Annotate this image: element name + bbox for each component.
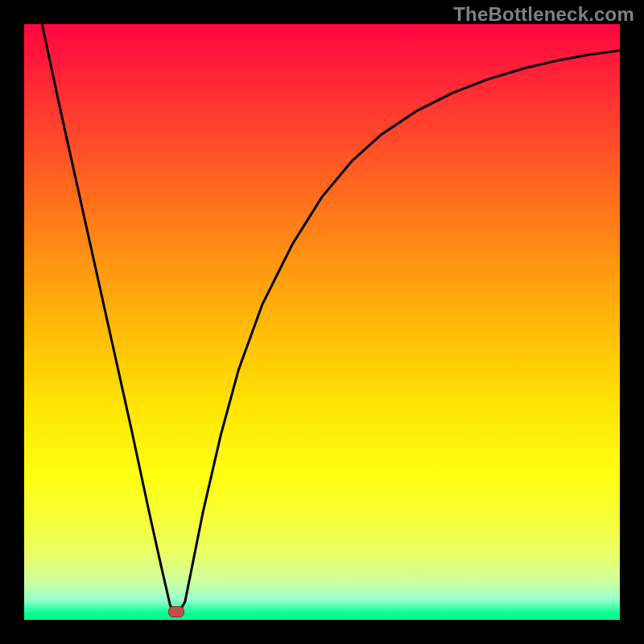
chart-frame: TheBottleneck.com — [0, 0, 644, 644]
watermark-text: TheBottleneck.com — [453, 3, 634, 26]
chart-plot-area — [24, 24, 620, 620]
chart-curve-svg — [24, 24, 620, 620]
optimal-point-marker — [168, 606, 184, 617]
bottleneck-curve — [42, 24, 620, 612]
